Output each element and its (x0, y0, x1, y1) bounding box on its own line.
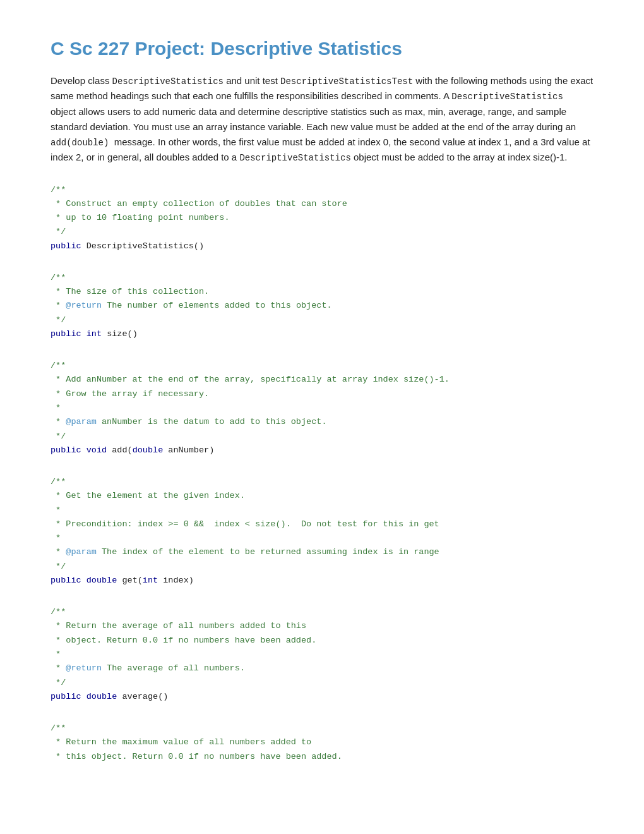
comment-line: * (51, 547, 66, 557)
comment-line: * object. Return 0.0 if no numbers have … (51, 636, 316, 645)
at-return: @return (66, 663, 102, 673)
comment-line: * (51, 533, 61, 543)
comment-line: /** (51, 185, 66, 195)
comment-line: anNumber is the datum to add to this obj… (97, 417, 327, 426)
code-block-average: /** * Return the average of all numbers … (51, 605, 593, 704)
comment-line: */ (51, 315, 66, 325)
comment-line: * Grow the array if necessary. (51, 389, 209, 399)
keyword-public: public (51, 445, 81, 455)
code-text: DescriptiveStatistics() (81, 241, 204, 251)
comment-line: * (51, 505, 61, 515)
comment-line: * Get the element at the given index. (51, 491, 245, 500)
code-block-add: /** * Add anNumber at the end of the arr… (51, 359, 593, 457)
at-param: @param (66, 417, 97, 426)
code-block-max: /** * Return the maximum value of all nu… (51, 722, 593, 764)
comment-line: The index of the element to be returned … (97, 547, 439, 557)
keyword-double: double (133, 445, 164, 455)
class-name-2: DescriptiveStatisticsTest (280, 76, 413, 87)
keyword-int: int (86, 329, 102, 339)
comment-line: * Return the maximum value of all number… (51, 737, 311, 747)
comment-line: The number of elements added to this obj… (102, 301, 332, 310)
comment-line: * The size of this collection. (51, 287, 209, 296)
at-param: @param (66, 547, 97, 557)
comment-line: * Precondition: index >= 0 && index < si… (51, 519, 439, 529)
class-name-3: DescriptiveStatistics (451, 92, 563, 102)
comment-line: * (51, 417, 66, 426)
page-title: C Sc 227 Project: Descriptive Statistics (51, 38, 593, 59)
code-text: add( (107, 445, 133, 455)
comment-line: */ (51, 562, 66, 571)
comment-line: * (51, 663, 66, 673)
class-name-1: DescriptiveStatistics (112, 76, 224, 87)
code-text: anNumber) (163, 445, 214, 455)
method-name-add: add(double) (51, 138, 109, 148)
code-text: get( (117, 576, 143, 585)
code-block-constructor: /** * Construct an empty collection of d… (51, 183, 593, 253)
code-text: average() (117, 692, 168, 701)
comment-line: * (51, 650, 61, 659)
code-text (81, 692, 86, 701)
comment-line: */ (51, 678, 66, 687)
code-text: index) (158, 576, 194, 585)
at-return: @return (66, 301, 102, 310)
comment-line: The average of all numbers. (102, 663, 245, 673)
keyword-public: public (51, 576, 81, 585)
keyword-public: public (51, 692, 81, 701)
code-block-get: /** * Get the element at the given index… (51, 475, 593, 588)
comment-line: /** (51, 477, 66, 486)
comment-line: /** (51, 723, 66, 733)
comment-line: * Return the average of all numbers adde… (51, 621, 306, 631)
comment-line: /** (51, 273, 66, 282)
comment-line: * up to 10 floating point numbers. (51, 213, 230, 222)
keyword-int: int (143, 576, 158, 585)
comment-line: * (51, 403, 61, 413)
comment-line: * this object. Return 0.0 if no numbers … (51, 752, 342, 761)
comment-line: /** (51, 361, 66, 370)
comment-line: /** (51, 607, 66, 617)
keyword-void: void (86, 445, 107, 455)
intro-paragraph: Develop class DescriptiveStatistics and … (51, 73, 593, 166)
code-text: size() (102, 329, 138, 339)
keyword-double: double (86, 576, 117, 585)
code-block-size: /** * The size of this collection. * @re… (51, 271, 593, 341)
comment-line: * Construct an empty collection of doubl… (51, 199, 347, 208)
code-text (81, 329, 86, 339)
code-text (81, 576, 86, 585)
comment-line: */ (51, 432, 66, 441)
keyword-public: public (51, 329, 81, 339)
class-name-4: DescriptiveStatistics (239, 153, 350, 163)
comment-line: */ (51, 227, 66, 236)
keyword-public: public (51, 241, 81, 251)
comment-line: * (51, 301, 66, 310)
comment-line: * Add anNumber at the end of the array, … (51, 375, 450, 384)
code-text (81, 445, 86, 455)
keyword-double: double (86, 692, 117, 701)
